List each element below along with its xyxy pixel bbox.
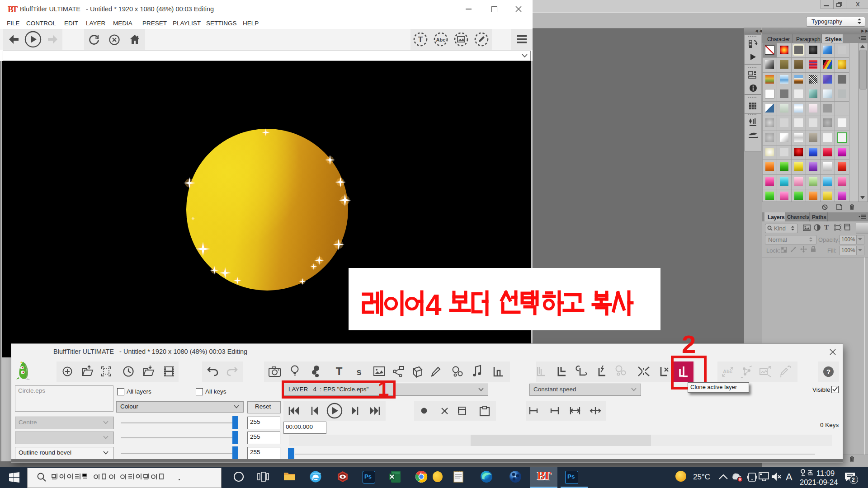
svg-text:s: s [356, 367, 361, 377]
svg-text:Abc: Abc [436, 37, 446, 42]
svg-text:T: T [418, 35, 423, 44]
svg-text:T: T [336, 365, 343, 377]
svg-text:4: 4 [425, 289, 442, 321]
svg-text:Abc: Abc [723, 369, 732, 374]
